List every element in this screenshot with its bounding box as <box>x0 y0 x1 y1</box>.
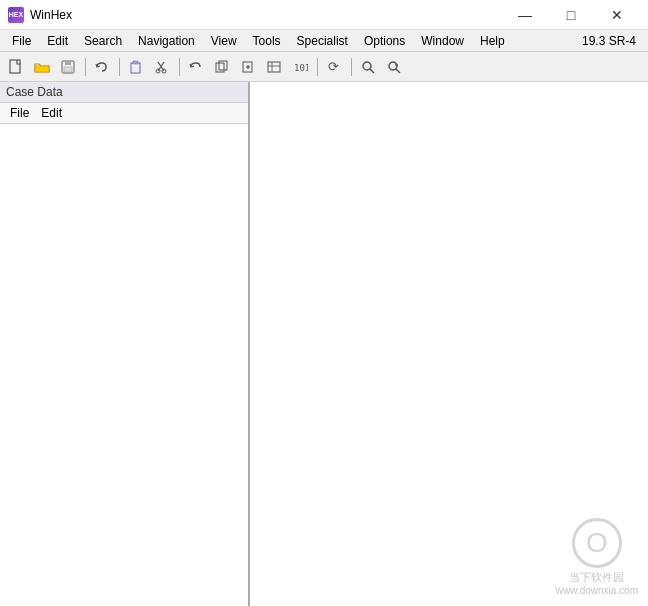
menu-view[interactable]: View <box>203 32 245 50</box>
separator-4 <box>314 55 320 79</box>
title-controls: — □ ✕ <box>502 0 640 30</box>
separator-2 <box>116 55 122 79</box>
paste-special-button[interactable] <box>124 55 148 79</box>
toolbar: 101 ⟳ <box>0 52 648 82</box>
version-label: 19.3 SR-4 <box>582 34 644 48</box>
separator-3 <box>176 55 182 79</box>
new-file-button[interactable] <box>4 55 28 79</box>
svg-rect-3 <box>65 61 71 65</box>
svg-rect-0 <box>10 60 20 73</box>
svg-point-23 <box>389 62 397 70</box>
open-file-button[interactable] <box>30 55 54 79</box>
main-layout: Case Data File Edit <box>0 82 648 606</box>
case-data-menu: File Edit <box>0 103 248 124</box>
undo-button[interactable] <box>90 55 114 79</box>
menu-specialist[interactable]: Specialist <box>289 32 356 50</box>
menu-search[interactable]: Search <box>76 32 130 50</box>
cut-button[interactable] <box>150 55 174 79</box>
menu-navigation[interactable]: Navigation <box>130 32 203 50</box>
save-file-button[interactable] <box>56 55 80 79</box>
sync-button[interactable]: ⟳ <box>322 55 346 79</box>
title-left: HEX WinHex <box>8 7 72 23</box>
case-menu-edit[interactable]: Edit <box>35 105 68 121</box>
svg-point-21 <box>363 62 371 70</box>
svg-rect-11 <box>216 63 224 72</box>
svg-line-22 <box>370 69 374 73</box>
menu-options[interactable]: Options <box>356 32 413 50</box>
grid-button[interactable]: 101 <box>288 55 312 79</box>
svg-text:101: 101 <box>294 63 308 73</box>
menu-tools[interactable]: Tools <box>245 32 289 50</box>
svg-rect-5 <box>131 63 140 73</box>
title-bar: HEX WinHex — □ ✕ <box>0 0 648 30</box>
right-panel <box>250 82 648 606</box>
svg-rect-16 <box>268 62 280 72</box>
minimize-button[interactable]: — <box>502 0 548 30</box>
svg-text:⟳: ⟳ <box>328 59 339 74</box>
svg-rect-6 <box>133 61 138 64</box>
separator-5 <box>348 55 354 79</box>
maximize-button[interactable]: □ <box>548 0 594 30</box>
undo2-button[interactable] <box>184 55 208 79</box>
menu-help[interactable]: Help <box>472 32 513 50</box>
separator-1 <box>82 55 88 79</box>
svg-line-24 <box>396 69 400 73</box>
menu-edit[interactable]: Edit <box>39 32 76 50</box>
svg-rect-4 <box>64 67 72 72</box>
svg-rect-1 <box>35 66 49 72</box>
case-data-header: Case Data <box>0 82 248 103</box>
left-panel: Case Data File Edit <box>0 82 250 606</box>
menu-window[interactable]: Window <box>413 32 472 50</box>
menu-bar: File Edit Search Navigation View Tools S… <box>0 30 648 52</box>
menu-file[interactable]: File <box>4 32 39 50</box>
search2-toolbar-button[interactable] <box>382 55 406 79</box>
svg-rect-12 <box>219 61 227 70</box>
case-data-body <box>0 124 248 606</box>
paste-block-button[interactable] <box>236 55 260 79</box>
search-toolbar-button[interactable] <box>356 55 380 79</box>
app-icon: HEX <box>8 7 24 23</box>
case-menu-file[interactable]: File <box>4 105 35 121</box>
data-view-button[interactable] <box>262 55 286 79</box>
close-button[interactable]: ✕ <box>594 0 640 30</box>
copy-block-button[interactable] <box>210 55 234 79</box>
title-text: WinHex <box>30 8 72 22</box>
